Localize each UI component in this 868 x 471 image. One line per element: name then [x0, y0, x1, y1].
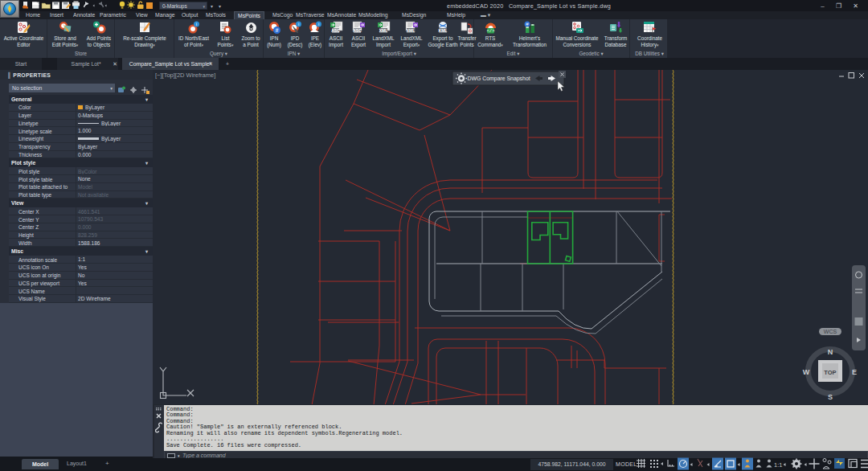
svg-text:E: E: [852, 368, 857, 376]
svg-text:[−][Top][2D Wireframe]: [−][Top][2D Wireframe]: [155, 72, 215, 79]
svg-text:N: N: [828, 348, 833, 356]
svg-text:i: i: [317, 22, 318, 27]
svg-text:DWG Compare Snapshot: DWG Compare Snapshot: [468, 76, 530, 82]
svg-text:#: #: [275, 27, 278, 33]
svg-text:ASC: ASC: [353, 28, 362, 33]
svg-text:WCS: WCS: [824, 329, 837, 334]
svg-text:XML: XML: [406, 28, 415, 33]
svg-text:TOP: TOP: [824, 369, 836, 376]
svg-text:</>: </>: [486, 28, 494, 34]
svg-text:ASC: ASC: [331, 28, 340, 33]
svg-text:XML: XML: [379, 28, 387, 33]
svg-text:KML: KML: [438, 28, 447, 33]
svg-text:1:1: 1:1: [774, 461, 782, 469]
svg-text:W: W: [803, 368, 810, 376]
svg-text:i: i: [297, 22, 298, 27]
svg-text:i: i: [195, 22, 196, 27]
svg-text:S: S: [828, 393, 833, 401]
